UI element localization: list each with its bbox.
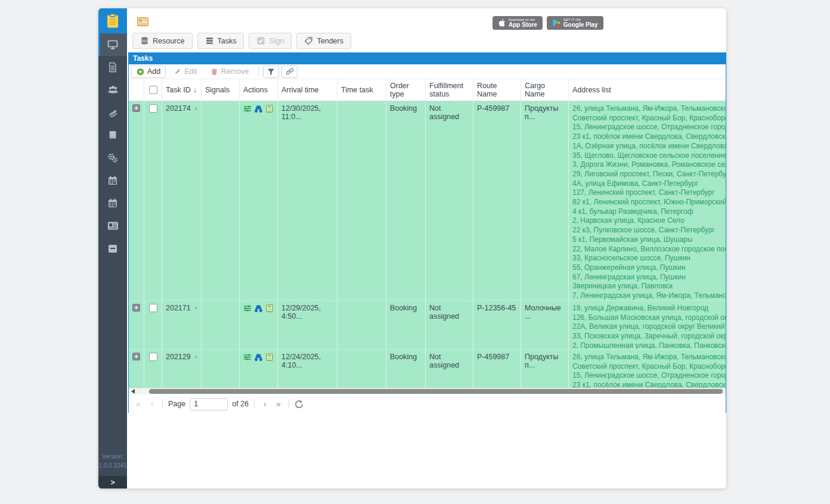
tab-tenders[interactable]: Tenders (296, 33, 351, 49)
archive-icon (108, 244, 117, 253)
edit-label: Edit (184, 67, 197, 76)
badge-bottom-line: Google Play (563, 21, 598, 28)
signals-cell (202, 350, 240, 388)
header-cargo-name[interactable]: Cargo Name (521, 79, 569, 101)
row-checkbox[interactable] (149, 104, 157, 113)
sliders-icon[interactable] (243, 353, 252, 362)
address-list: 19, улица Державина, Великий Новгород 12… (569, 301, 726, 349)
refresh-button[interactable] (295, 400, 303, 409)
horizontal-scrollbar[interactable] (129, 388, 726, 394)
calculator-icon[interactable] (265, 353, 274, 362)
app-logo[interactable] (98, 8, 127, 33)
binoculars-icon[interactable] (254, 353, 263, 362)
cargo-name: Молочные ... (521, 301, 569, 349)
remove-label: Remove (221, 67, 249, 76)
cargo-name: Продукты п... (521, 101, 569, 300)
table-row[interactable]: + 202129 12/24/2025, 4:10... Booking Not… (129, 350, 726, 388)
filter-button[interactable] (263, 66, 279, 78)
address-list: 26, улица Тельмана, Ям-Ижора, Тельмановс… (569, 350, 726, 388)
pagination-bar: « ‹ Page of 26 › » (129, 394, 726, 413)
id-card-icon (107, 221, 119, 231)
page-number-input[interactable] (190, 398, 228, 410)
copy-icon[interactable] (194, 304, 197, 312)
scrollbar-thumb[interactable] (149, 389, 723, 394)
row-expand-button[interactable]: + (132, 353, 140, 360)
tab-resource[interactable]: Resource (132, 33, 193, 49)
last-page-button[interactable]: » (274, 399, 283, 409)
sidebar-item-archive[interactable] (98, 237, 127, 260)
header-signals[interactable]: Signals (202, 79, 240, 101)
add-button[interactable]: Add (131, 66, 166, 78)
database-icon (140, 36, 149, 45)
google-play-badge[interactable]: GET IT ON Google Play (547, 16, 603, 30)
main-content: Download on the App Store GET IT ON Goog… (127, 8, 726, 489)
calculator-icon[interactable] (265, 104, 274, 113)
sliders-icon[interactable] (243, 304, 252, 313)
sidebar-item-signature[interactable] (98, 101, 127, 124)
link-button[interactable] (281, 66, 298, 78)
fulfillment-status: Not assigned (426, 101, 473, 300)
version-value: 1.0.0.3241 (98, 461, 127, 470)
header-address-list[interactable]: Address list (569, 79, 726, 101)
binoculars-icon[interactable] (254, 104, 263, 113)
row-expand-button[interactable]: + (132, 104, 140, 112)
header-order-type[interactable]: Order type (386, 79, 426, 101)
sliders-icon[interactable] (243, 104, 252, 113)
header-time-task[interactable]: Time task (337, 79, 386, 101)
header-select-all[interactable] (144, 79, 162, 101)
sidebar-item-settings[interactable] (98, 147, 127, 169)
chevron-right-icon: > (110, 478, 114, 487)
sort-desc-icon: ↓ (193, 86, 197, 94)
chain-link-icon (286, 67, 294, 76)
table-row[interactable]: + 202171 12/29/2025, 4:50... Booking Not… (129, 301, 726, 350)
row-checkbox[interactable] (149, 353, 157, 361)
add-label: Add (147, 67, 160, 76)
next-page-button[interactable]: › (260, 399, 270, 409)
copy-icon[interactable] (194, 104, 197, 113)
sidebar-expand-button[interactable]: > (98, 476, 127, 489)
first-page-button: « (134, 399, 143, 409)
order-type: Booking (386, 350, 426, 388)
sidebar-item-book[interactable] (98, 124, 127, 147)
select-all-checkbox[interactable] (149, 86, 157, 94)
copy-icon[interactable] (194, 353, 197, 361)
header-task-id[interactable]: Task ID↓ (162, 79, 202, 101)
sidebar-item-calendar-2[interactable] (98, 192, 127, 214)
fulfillment-status: Not assigned (426, 301, 473, 349)
row-expand-button[interactable]: + (132, 304, 140, 312)
checkbox-icon (256, 36, 265, 45)
edit-button: Edit (168, 66, 203, 78)
news-icon[interactable] (137, 17, 148, 26)
signature-icon (107, 107, 118, 118)
route-name: P-459987 (473, 350, 521, 388)
sidebar-item-documents[interactable] (98, 56, 127, 79)
clipboard-logo-icon (106, 13, 119, 29)
users-icon (107, 85, 119, 95)
calendar-icon (107, 198, 118, 209)
gears-icon (107, 153, 118, 163)
header-fulfillment-status[interactable]: Fulfillment status (426, 79, 473, 101)
sidebar-item-contacts[interactable] (98, 214, 127, 237)
sidebar-item-users[interactable] (98, 79, 127, 101)
tasks-panel: Tasks Add Edit (128, 52, 726, 413)
calculator-icon[interactable] (265, 304, 274, 313)
binoculars-icon[interactable] (254, 304, 263, 313)
header-actions[interactable]: Actions (240, 79, 278, 101)
sidebar-item-monitor[interactable] (98, 33, 127, 56)
header-route-name[interactable]: Route Name (473, 79, 521, 101)
sidebar-spacer (98, 260, 127, 452)
monitor-icon (107, 39, 118, 50)
panel-title: Tasks (129, 53, 726, 64)
tab-tasks[interactable]: Tasks (197, 33, 244, 49)
scroll-left-arrow-icon[interactable] (131, 389, 135, 394)
filter-icon (267, 68, 275, 76)
document-icon (107, 62, 118, 73)
table-row[interactable]: + 202174 12/30/2025, 11:0... Booking Not… (129, 101, 726, 301)
sidebar-item-calendar-1[interactable] (98, 169, 127, 192)
header-arrival-time[interactable]: Arrival time (278, 79, 337, 101)
app-store-badge[interactable]: Download on the App Store (493, 16, 543, 30)
app-window: Version: 1.0.0.3241 > Download on the (98, 8, 726, 489)
row-checkbox[interactable] (149, 304, 157, 312)
route-name: P-12356-45 (473, 301, 521, 349)
badge-text: GET IT ON Google Play (563, 18, 598, 28)
